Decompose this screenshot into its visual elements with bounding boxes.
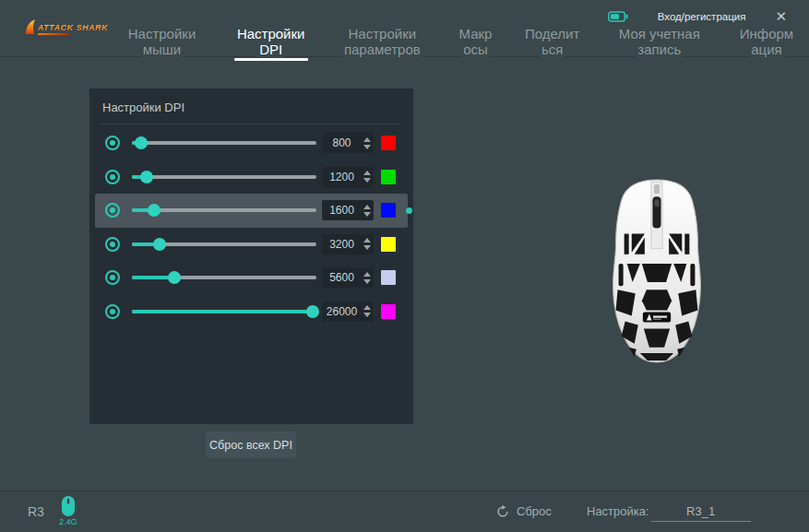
dpi-spinner [362,205,374,217]
tab-label: Настройки мыши [126,26,198,57]
dpi-settings-panel: Настройки DPI 800 1200 [89,89,413,424]
dpi-radio-dot [110,309,115,314]
mouse-brand-badge [643,312,671,322]
nav-tab[interactable]: Настройки DPI [232,26,310,65]
dpi-row[interactable]: 3200 [95,228,408,262]
dpi-radio[interactable] [105,203,120,218]
slider-fill [132,310,313,313]
dpi-slider[interactable] [132,276,316,279]
nav-tab[interactable]: Поделиться [523,26,582,65]
dpi-radio-dot [110,275,115,280]
dpi-value: 1600 [322,204,362,217]
connection-indicator[interactable]: 2.4G [59,495,77,526]
slider-thumb[interactable] [148,204,161,217]
tab-label: Моя учетная запись [617,26,702,57]
mouse-preview-image [601,178,712,364]
dpi-radio[interactable] [105,304,120,319]
spin-up-icon[interactable] [363,305,371,310]
dpi-color-swatch[interactable] [381,304,396,319]
dpi-radio[interactable] [105,136,120,150]
tab-label: Макросы [458,26,494,57]
dpi-row[interactable]: 1600 [95,194,408,228]
dpi-radio-dot [110,242,115,247]
nav-tabs: Настройки мыши Настройки DPI Настройки п… [118,26,796,65]
dpi-row[interactable]: 1200 [95,160,408,195]
dpi-color-swatch[interactable] [381,203,396,218]
config-group: Настройка: R3_1 [587,504,751,522]
nav-tab[interactable]: Информация [737,26,796,65]
slider-thumb[interactable] [135,136,148,149]
close-icon[interactable]: ✕ [775,9,787,23]
dpi-slider[interactable] [132,175,316,179]
config-label: Настройка: [587,504,649,518]
slider-thumb[interactable] [153,238,166,251]
slider-thumb[interactable] [168,271,181,284]
dpi-value-box[interactable]: 5600 [322,267,374,288]
dpi-radio-dot [110,140,115,146]
spin-down-icon[interactable] [363,245,371,250]
dpi-slider[interactable] [132,141,316,145]
reset-label: Сброс [517,504,552,518]
dpi-value: 3200 [322,238,362,251]
dpi-color-swatch[interactable] [381,270,396,285]
logo-tagline-bar [38,33,69,35]
reset-button[interactable]: Сброс [496,504,552,518]
utility-row: Вход/регистрация ✕ [608,9,787,23]
dpi-value-box[interactable]: 3200 [322,234,374,254]
spin-down-icon[interactable] [363,313,371,317]
spin-down-icon[interactable] [363,212,371,217]
attack-shark-logo: ATTACK SHARK [24,18,108,35]
dpi-radio[interactable] [105,237,120,252]
dpi-value: 26000 [322,305,362,318]
nav-tab[interactable]: Моя учетная запись [608,26,711,65]
spin-down-icon[interactable] [363,145,371,149]
dpi-slider[interactable] [132,310,316,313]
status-bar: R3 2.4G Сброс Настройка: R3_1 [0,491,809,532]
tab-label: Настройки параметров [342,26,422,57]
dpi-value-box[interactable]: 1200 [322,167,374,187]
spin-up-icon[interactable] [363,171,371,175]
dpi-value-box[interactable]: 26000 [322,301,374,322]
dpi-value-box[interactable]: 1600 [322,200,374,220]
dpi-radio-dot [110,207,115,213]
logo-text: ATTACK SHARK [38,23,108,32]
dpi-color-swatch[interactable] [381,170,396,184]
dpi-value: 5600 [322,271,362,284]
spin-down-icon[interactable] [363,279,371,284]
dpi-rows: 800 1200 1600 [89,124,413,328]
dpi-value-box[interactable]: 800 [322,133,374,153]
dpi-color-swatch[interactable] [381,237,396,252]
dpi-spinner [362,171,374,183]
tab-label: Поделиться [523,26,581,57]
spin-up-icon[interactable] [363,272,371,277]
spin-up-icon[interactable] [363,238,371,242]
slider-thumb[interactable] [140,171,153,183]
dpi-spinner [362,137,374,149]
slider-thumb[interactable] [306,305,319,318]
dpi-row[interactable]: 5600 [95,261,408,295]
dpi-value: 1200 [322,171,362,183]
dpi-slider[interactable] [132,208,316,212]
spin-up-icon[interactable] [363,205,371,209]
refresh-icon [496,505,509,518]
dpi-radio[interactable] [105,170,120,184]
config-name-input[interactable]: R3_1 [651,504,751,522]
dpi-slider[interactable] [132,242,316,246]
nav-tab[interactable]: Макросы [454,26,496,65]
spin-up-icon[interactable] [363,137,371,142]
reset-all-dpi-button[interactable]: Сброс всех DPI [206,432,296,458]
connection-label: 2.4G [59,517,77,526]
login-register-link[interactable]: Вход/регистрация [658,11,746,22]
tab-label: Информация [738,26,795,57]
shark-fin-icon [24,18,36,35]
nav-tab[interactable]: Настройки мыши [118,26,206,65]
spin-down-icon[interactable] [363,178,371,183]
dpi-row[interactable]: 26000 [95,295,408,329]
dpi-radio[interactable] [105,270,120,285]
mouse-icon [61,495,76,517]
tab-label: Настройки DPI [235,26,307,57]
dpi-row[interactable]: 800 [95,126,408,160]
nav-tab[interactable]: Настройки параметров [336,26,428,65]
dpi-color-swatch[interactable] [381,136,396,150]
dpi-spinner [362,238,374,250]
